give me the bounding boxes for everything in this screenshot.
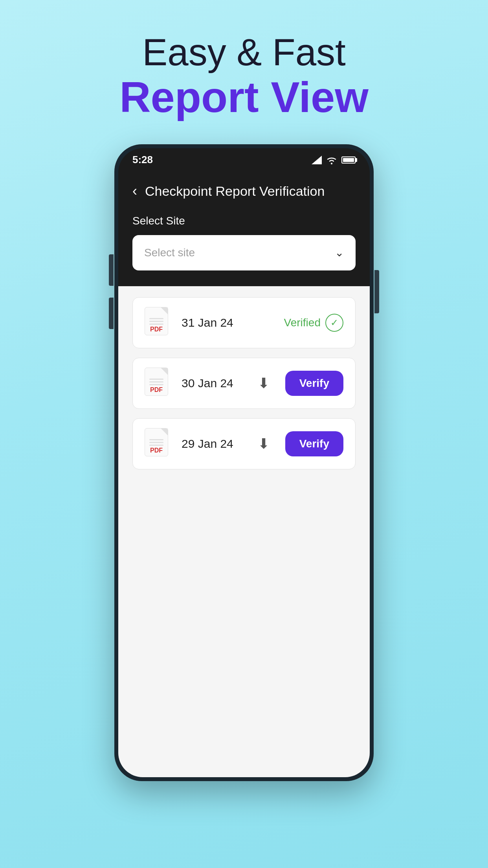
- verified-label-1: Verified: [284, 316, 321, 329]
- back-button[interactable]: ‹: [132, 184, 137, 198]
- report-date-3: 29 Jan 24: [182, 437, 248, 451]
- pdf-line: [149, 321, 163, 322]
- headline-line1: Easy & Fast: [119, 31, 369, 73]
- status-time: 5:28: [132, 154, 153, 166]
- pdf-label-2: PDF: [150, 387, 163, 393]
- headline-section: Easy & Fast Report View: [119, 31, 369, 121]
- select-placeholder: Select site: [144, 246, 195, 259]
- pdf-icon-body-3: PDF: [145, 428, 168, 456]
- status-icons: [312, 156, 356, 164]
- download-icon-2[interactable]: ⬇: [258, 375, 270, 392]
- volume-up-button: [109, 254, 114, 286]
- report-date-1: 31 Jan 24: [182, 316, 275, 329]
- volume-down-button: [109, 298, 114, 329]
- headline-line2: Report View: [119, 73, 369, 121]
- verified-badge-1: Verified ✓: [284, 314, 343, 332]
- phone-screen: 5:28 ‹ Checkpoint Report Verification: [118, 148, 370, 777]
- pdf-line: [149, 439, 163, 440]
- pdf-line: [149, 381, 163, 383]
- verify-button-2[interactable]: Verify: [285, 371, 343, 396]
- pdf-corner-1: [161, 307, 168, 314]
- battery-fill: [343, 158, 354, 162]
- app-header: ‹ Checkpoint Report Verification: [118, 172, 370, 215]
- svg-point-1: [331, 163, 332, 164]
- pdf-line: [149, 318, 163, 319]
- pdf-icon-body-2: PDF: [145, 368, 168, 396]
- pdf-line: [149, 445, 163, 446]
- report-card-3: PDF 29 Jan 24 ⬇ Verify: [132, 418, 356, 469]
- power-button: [374, 270, 379, 313]
- signal-icon: [312, 156, 322, 164]
- pdf-lines-1: [149, 318, 163, 325]
- pdf-icon-body-1: PDF: [145, 307, 168, 335]
- report-date-2: 30 Jan 24: [182, 377, 248, 390]
- battery-icon: [341, 156, 356, 164]
- pdf-label-1: PDF: [150, 326, 163, 333]
- pdf-line: [149, 379, 163, 380]
- chevron-down-icon: ⌄: [335, 246, 344, 259]
- pdf-label-3: PDF: [150, 447, 163, 454]
- status-bar: 5:28: [118, 148, 370, 172]
- verify-button-3[interactable]: Verify: [285, 431, 343, 456]
- verified-circle-icon: ✓: [325, 314, 343, 332]
- wifi-icon: [326, 156, 338, 164]
- content-area: PDF 31 Jan 24 Verified ✓: [118, 286, 370, 777]
- pdf-icon-2: PDF: [145, 368, 172, 399]
- pdf-lines-2: [149, 379, 163, 385]
- download-icon-3[interactable]: ⬇: [258, 436, 270, 452]
- pdf-lines-3: [149, 439, 163, 446]
- pdf-line: [149, 384, 163, 385]
- phone-frame: 5:28 ‹ Checkpoint Report Verification: [114, 144, 374, 781]
- pdf-corner-2: [161, 368, 168, 375]
- report-card-2: PDF 30 Jan 24 ⬇ Verify: [132, 358, 356, 409]
- pdf-line: [149, 324, 163, 325]
- report-card-1: PDF 31 Jan 24 Verified ✓: [132, 297, 356, 348]
- pdf-line: [149, 442, 163, 443]
- pdf-icon-1: PDF: [145, 307, 172, 338]
- svg-marker-0: [312, 156, 322, 164]
- select-site-label: Select Site: [132, 215, 356, 227]
- pdf-icon-3: PDF: [145, 428, 172, 460]
- app-title: Checkpoint Report Verification: [145, 184, 325, 199]
- pdf-corner-3: [161, 428, 168, 436]
- select-section: Select Site Select site ⌄: [118, 215, 370, 286]
- site-dropdown[interactable]: Select site ⌄: [132, 235, 356, 270]
